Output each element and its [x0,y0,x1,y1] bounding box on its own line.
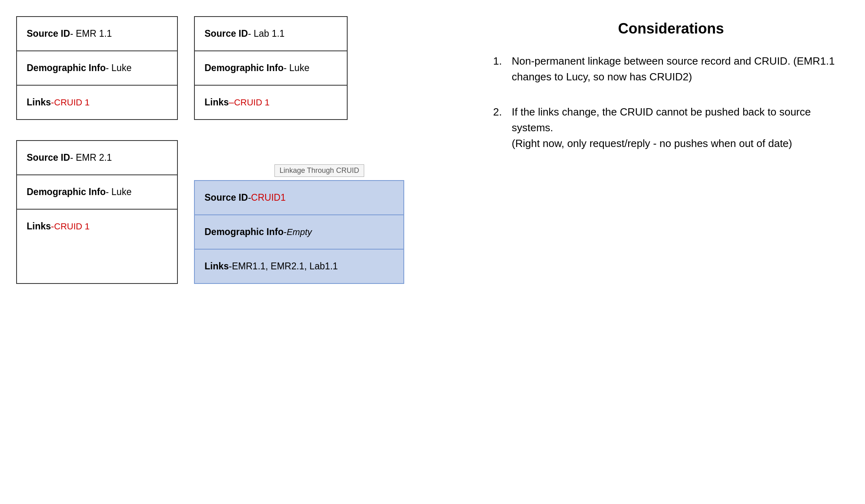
lab11-links-label: Links [205,97,229,108]
emr11-source-label: Source ID [27,28,70,39]
considerations-list: 1. Non-permanent linkage between source … [493,53,849,151]
emr21-links-row: Links - CRUID 1 [17,210,177,243]
emr11-card: Source ID - EMR 1.1 Demographic Info - L… [16,16,178,120]
lab11-links-value: CRUID 1 [234,97,270,108]
cruid-links-row: Links - EMR1.1, EMR2.1, Lab1.1 [195,250,403,283]
consideration-text-2: If the links change, the CRUID cannot be… [512,104,849,151]
emr11-links-row: Links - CRUID 1 [17,86,177,119]
emr11-source-value: - EMR 1.1 [70,28,112,39]
cruid-demo-dash: - [284,227,287,237]
cruid-source-value: CRUID1 [251,192,286,203]
lab11-source-value: - Lab 1.1 [248,28,285,39]
cruid-source-row: Source ID - CRUID1 [195,181,403,215]
cruid-links-value: EMR1.1, EMR2.1, Lab1.1 [232,261,338,272]
consideration-text-1: Non-permanent linkage between source rec… [512,53,849,85]
cruid-demo-value: Empty [287,227,312,237]
considerations-title: Considerations [493,20,849,37]
emr21-demo-label: Demographic Info [27,187,106,197]
cruid-links-label: Links [205,261,229,272]
emr21-links-label: Links [27,221,51,232]
emr11-demo-label: Demographic Info [27,63,106,74]
emr11-links-label: Links [27,97,51,108]
cruid-source-label: Source ID [205,192,248,203]
consideration-number-1: 1. [493,53,505,85]
emr21-card: Source ID - EMR 2.1 Demographic Info - L… [16,140,178,284]
emr21-demo-value: - Luke [106,187,132,197]
emr21-demo-row: Demographic Info - Luke [17,175,177,210]
lab11-source-label: Source ID [205,28,248,39]
consideration-item-1: 1. Non-permanent linkage between source … [493,53,849,85]
cruid-card: Source ID - CRUID1 Demographic Info - Em… [194,180,404,284]
lab11-demo-row: Demographic Info - Luke [195,51,347,86]
emr21-source-label: Source ID [27,152,70,163]
cruid-demo-label: Demographic Info [205,227,284,237]
cruid-area: Linkage Through CRUID Source ID - CRUID1… [194,164,404,284]
lab11-demo-label: Demographic Info [205,63,284,74]
lab11-demo-value: - Luke [284,63,310,74]
considerations-section: Considerations 1. Non-permanent linkage … [461,16,849,488]
emr21-links-value: CRUID 1 [54,221,90,232]
consideration-number-2: 2. [493,104,505,151]
lab11-links-row: Links – CRUID 1 [195,86,347,119]
emr11-links-value: CRUID 1 [54,97,90,108]
lab11-card: Source ID - Lab 1.1 Demographic Info - L… [194,16,348,120]
emr21-links-dash: - [51,221,54,232]
lab11-source-row: Source ID - Lab 1.1 [195,17,347,51]
emr11-demo-row: Demographic Info - Luke [17,51,177,86]
emr21-source-row: Source ID - EMR 2.1 [17,141,177,175]
cruid-demo-row: Demographic Info - Empty [195,215,403,250]
emr11-demo-value: - Luke [106,63,132,74]
cruid-links-dash: - [229,261,232,272]
consideration-item-2: 2. If the links change, the CRUID cannot… [493,104,849,151]
emr11-source-row: Source ID - EMR 1.1 [17,17,177,51]
cruid-source-dash: - [248,192,251,203]
emr11-links-dash: - [51,97,54,108]
emr21-source-value: - EMR 2.1 [70,152,112,163]
lab11-links-dash: – [229,97,234,108]
linkage-through-cruid-label: Linkage Through CRUID [274,164,365,177]
